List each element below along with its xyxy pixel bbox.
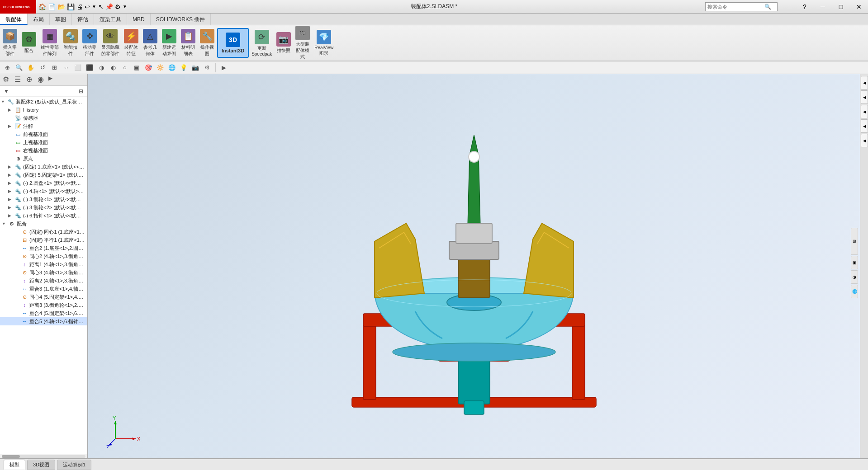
right-strip-btn4[interactable]: ◀	[861, 119, 868, 133]
shaded-btn[interactable]: ◑	[96, 63, 107, 73]
mates-expander[interactable]: ▼	[2, 221, 8, 226]
tree-origin[interactable]: ⊕ 原点	[0, 155, 87, 163]
tree-wheel2[interactable]: ▶ 🔩 (-) 3.衡轮<2> (默认<<默认>_显	[0, 203, 87, 212]
ref-geometry-btn[interactable]: △ 参考几何体	[141, 28, 159, 58]
bottom-tab-3dview[interactable]: 3D视图	[27, 460, 55, 470]
mate-concentric1[interactable]: ⊙ (固定) 同心1 (1.底座<1>,5.固定	[0, 228, 87, 236]
tree-history[interactable]: ▶ 📋 History	[0, 106, 87, 114]
tree-root[interactable]: ▼ 🔧 装配体2 (默认<默认_显示状态-1>)	[0, 98, 87, 106]
mate-distance1[interactable]: ↕ 距离1 (4.轴<1>,3.衡角轮<1>)	[0, 260, 87, 268]
tab-assembly[interactable]: 装配体	[0, 14, 28, 25]
wheel1-expander[interactable]: ▶	[8, 197, 14, 202]
restore-btn[interactable]: □	[832, 0, 850, 14]
camera-btn[interactable]: 📷	[190, 63, 201, 73]
shaded-edges-btn[interactable]: ◐	[108, 63, 119, 73]
save-icon[interactable]: 💾	[67, 3, 75, 10]
mate-coincident5[interactable]: ↔ 重合5 (4.轴<1>,6.指针<1>)	[0, 317, 87, 325]
panel-scrollbar[interactable]	[0, 454, 87, 458]
tree-front-plane[interactable]: ▭ 前视基准面	[0, 130, 87, 138]
viewport[interactable]: X Y Z ⊞ ▣ ◑ 🌐	[88, 74, 860, 458]
zoom-btn[interactable]: 🔍	[14, 63, 24, 73]
hide-lines-btn[interactable]: ⬛	[84, 63, 95, 73]
home-icon[interactable]: 🏠	[38, 3, 46, 10]
wheel2-expander[interactable]: ▶	[8, 205, 14, 210]
tree-wheel1[interactable]: ▶ 🔩 (-) 3.衡轮<1> (默认<<默认>_显	[0, 195, 87, 203]
minimize-btn[interactable]: ─	[814, 0, 832, 14]
mate-concentric2[interactable]: ⊙ 同心2 (4.轴<1>,3.衡角轮<1>)	[0, 252, 87, 260]
property-tab[interactable]: ☰	[12, 74, 24, 85]
update-speedpak-btn[interactable]: ⟳ 更新Speedpak	[250, 29, 274, 57]
instant3d-btn[interactable]: 3D Instant3D	[217, 28, 249, 58]
toolbar-more-btn[interactable]: ▶	[218, 63, 229, 73]
display-mode-btn[interactable]: 🎯	[143, 63, 154, 73]
tree-disk[interactable]: ▶ 🔩 (-) 2.圆盘<1> (默认<<默认>_显示	[0, 179, 87, 187]
tab-plugins[interactable]: SOLIDWORKS 插件	[151, 14, 211, 25]
annot-expander[interactable]: ▶	[8, 124, 14, 128]
view-style-btn[interactable]: ⬜	[72, 63, 83, 73]
bom-btn[interactable]: 📋 材料明细表	[179, 28, 197, 58]
tree-top-plane[interactable]: ▭ 上视基准面	[0, 138, 87, 146]
tab-mbd[interactable]: MBD	[127, 14, 151, 25]
mate-coincident3[interactable]: ↔ 重合3 (1.底座<1>,4.轴<1>)	[0, 285, 87, 293]
mate-concentric3[interactable]: ⊙ 同心3 (4.轴<1>,3.衡角轮<2>)	[0, 268, 87, 277]
mate-distance2[interactable]: ↕ 距离2 (4.轴<1>,3.衡角轮<2>)	[0, 277, 87, 285]
lights-btn[interactable]: 💡	[178, 63, 189, 73]
right-strip-btn2[interactable]: ◀	[861, 90, 868, 104]
close-btn[interactable]: ✕	[850, 0, 868, 14]
filter-btn[interactable]: ▼	[2, 87, 11, 96]
insert-parts-btn[interactable]: 📦 插入零部件	[1, 28, 19, 58]
mate-coincident2[interactable]: ↔ 重合2 (1.底座<1>,2.圆盘<1>)	[0, 244, 87, 252]
search-input[interactable]	[706, 4, 764, 9]
wireframe-btn[interactable]: ○	[119, 63, 130, 73]
smart-fastener-btn[interactable]: 🔩 智能扣件	[62, 28, 80, 58]
dropdown2-icon[interactable]: ▼	[123, 4, 127, 9]
axis-expander[interactable]: ▶	[8, 189, 14, 193]
bottom-tab-motion[interactable]: 运动算例1	[57, 460, 91, 470]
assembly-feature-btn[interactable]: ⚡ 装配体特征	[122, 28, 140, 58]
new-icon[interactable]: 📄	[48, 3, 56, 10]
explode-view-btn[interactable]: 🔧 操作视图	[198, 28, 216, 58]
settings-icon[interactable]: ⚙	[115, 3, 121, 10]
root-expander[interactable]: ▼	[1, 99, 7, 104]
scene-btn[interactable]: 🌐	[166, 63, 177, 73]
pin-icon[interactable]: 📌	[105, 3, 113, 10]
history-expander[interactable]: ▶	[8, 108, 14, 112]
feature-manager-tab[interactable]: ⚙	[0, 74, 12, 85]
select-icon[interactable]: ↖	[98, 3, 104, 10]
view-front-btn[interactable]: ↔	[61, 63, 71, 73]
show-hide-btn[interactable]: 👁 显示隐藏的零部件	[100, 28, 121, 58]
help-icon[interactable]: ?	[796, 0, 814, 14]
mate-parallel1[interactable]: ⊟ (固定) 平行1 (1.底座<1>,5.固定	[0, 236, 87, 244]
search-bar[interactable]: 🔍	[705, 2, 778, 11]
tree-annotations[interactable]: ▶ 📝 注解	[0, 122, 87, 130]
open-icon[interactable]: 📂	[57, 3, 65, 10]
appearance-btn[interactable]: 🔆	[155, 63, 166, 73]
snapshot-btn[interactable]: 📷 拍快照	[275, 31, 293, 55]
bg-btn[interactable]: ◑	[851, 270, 858, 284]
new-motion-btn[interactable]: ▶ 新建运动算例	[160, 28, 178, 58]
realview-btn[interactable]: 💎 RealView图形	[313, 29, 335, 57]
tree-frame[interactable]: ▶ 🔩 (固定) 5.固定架<1> (默认<<默认>	[0, 171, 87, 179]
view-orientation-cube[interactable]: ⊞	[851, 228, 858, 255]
right-strip-btn1[interactable]: ◀	[861, 76, 868, 89]
mate-btn[interactable]: ⚙ 配合	[20, 31, 38, 55]
tab-render[interactable]: 渲染工具	[94, 14, 127, 25]
pan-btn[interactable]: ✋	[25, 63, 36, 73]
appearance-btn2[interactable]: ▣	[851, 256, 858, 269]
tree-base[interactable]: ▶ 🔩 (固定) 1.底座<1> (默认<<默认>_显	[0, 163, 87, 171]
mate-coincident4[interactable]: ↔ 重合4 (5.固定架<1>,6.指针<1>	[0, 309, 87, 317]
mate-concentric4[interactable]: ⊙ 同心4 (5.固定架<1>,4.轴<1>)	[0, 293, 87, 301]
tree-pointer[interactable]: ▶ 🔩 (-) 6.指针<1> (默认<<默认>_显示	[0, 212, 87, 220]
undo-icon[interactable]: ↩	[85, 3, 90, 10]
config-tab[interactable]: ⊕	[24, 74, 35, 85]
right-strip-btn3[interactable]: ◀	[861, 105, 868, 118]
right-strip-btn5[interactable]: ◀	[861, 134, 868, 147]
view-orient-btn[interactable]: ⊞	[49, 63, 60, 73]
mate-distance3[interactable]: ↕ 距离3 (3.衡角轮<1>,2.圆盘<1>	[0, 301, 87, 309]
bottom-tab-model[interactable]: 模型	[4, 460, 25, 470]
linear-pattern-btn[interactable]: ▦ 线性零部件阵列	[39, 28, 61, 58]
frame-expander[interactable]: ▶	[8, 173, 14, 177]
move-comp-btn[interactable]: ✥ 移动零部件	[81, 28, 99, 58]
section-view-btn[interactable]: ▣	[131, 63, 142, 73]
tab-layout[interactable]: 布局	[28, 14, 50, 25]
